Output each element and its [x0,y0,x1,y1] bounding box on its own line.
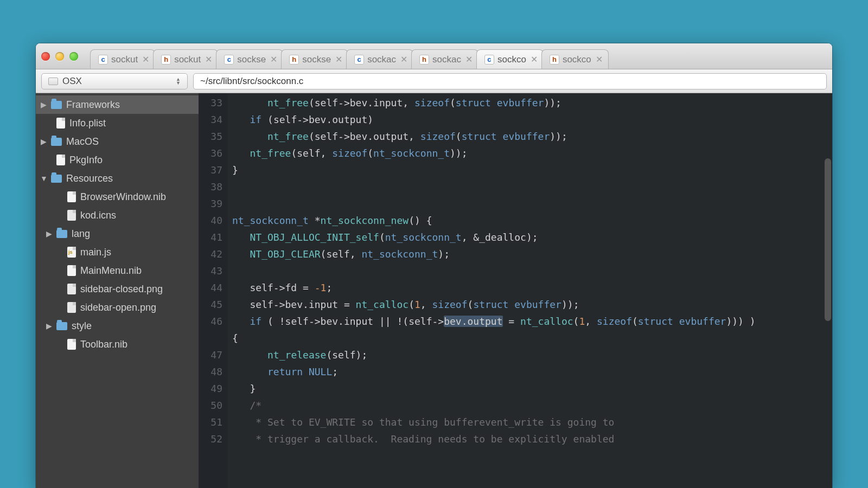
line-number: 52 [199,431,222,447]
tab-sockut[interactable]: hsockut✕ [153,49,218,69]
code-line[interactable]: NT_OBJ_ALLOC_INIT_self(nt_sockconn_t, &_… [232,229,828,246]
disclosure-arrow-icon[interactable]: ▶ [46,322,52,330]
tab-label: sockco [497,54,526,65]
tree-row[interactable]: ▶style [36,317,199,335]
code-line[interactable]: if ( !self->bev.input || !(self->bev.out… [232,313,828,330]
tree-row[interactable]: ▼Resources [36,169,199,188]
close-window-icon[interactable] [41,52,50,61]
code-line[interactable] [232,195,828,212]
code-line[interactable]: nt_free(self->bev.input, sizeof(struct e… [232,94,828,111]
disclosure-arrow-icon[interactable]: ▶ [40,100,47,109]
line-number: 46 [199,313,222,330]
tree-row[interactable]: ▶sidebar-open.png [36,298,199,317]
tab-close-icon[interactable]: ✕ [531,54,538,65]
tree-label: Info.plist [69,118,106,129]
line-number: 45 [199,296,222,313]
tree-row[interactable]: ▶PkgInfo [36,151,199,169]
code-line[interactable]: NT_OBJ_CLEAR(self, nt_sockconn_t); [232,246,828,262]
tab-close-icon[interactable]: ✕ [400,54,407,65]
code-line[interactable]: nt_free(self, sizeof(nt_sockconn_t)); [232,145,828,162]
code-line[interactable]: nt_free(self->bev.output, sizeof(struct … [232,128,828,145]
tree-label: Frameworks [66,99,120,111]
tree-row[interactable]: ▶MacOS [36,132,199,151]
line-number: 43 [199,262,222,279]
code-line[interactable]: { [232,330,828,346]
line-number: 50 [199,397,222,414]
tab-close-icon[interactable]: ✕ [335,54,342,65]
tab-close-icon[interactable]: ✕ [142,54,149,65]
image-file-icon [67,302,76,313]
code-line[interactable] [232,262,828,279]
code-line[interactable] [232,178,828,195]
code-line[interactable]: if (self->bev.output) [232,111,828,128]
disclosure-arrow-icon[interactable]: ▶ [46,229,52,238]
minimize-window-icon[interactable] [55,52,64,61]
tab-sockse[interactable]: hsockse✕ [281,49,348,69]
scrollbar-track[interactable] [825,99,831,483]
editor[interactable]: 3334353637383940414243444546474849505152… [199,93,832,488]
tree-row[interactable]: ▶kod.icns [36,206,199,224]
tree-label: PkgInfo [69,155,103,166]
tab-label: sockut [174,54,201,65]
stepper-icon[interactable]: ▲▼ [176,78,181,85]
tab-sockco[interactable]: hsockco✕ [541,49,609,69]
code-line[interactable]: * trigger a callback. Reading needs to b… [232,431,828,447]
tab-label: sockac [432,54,461,65]
tree-row[interactable]: ▶Frameworks [36,95,199,114]
scrollbar-thumb[interactable] [825,158,831,321]
code-line[interactable]: self->bev.input = nt_calloc(1, sizeof(st… [232,296,828,313]
scheme-selector[interactable]: OSX ▲▼ [41,73,188,89]
h-file-icon: h [161,55,171,65]
code-line[interactable]: * Set to EV_WRITE so that using bufferev… [232,414,828,431]
tab-sockse[interactable]: csockse✕ [216,49,283,69]
tab-close-icon[interactable]: ✕ [596,54,603,65]
code-line[interactable]: } [232,162,828,178]
tab-sockac[interactable]: csockac✕ [346,49,413,69]
path-field[interactable]: ~/src/libnt/src/sockconn.c [193,73,827,89]
code-line[interactable]: /* [232,397,828,414]
file-icon [67,191,76,202]
sidebar[interactable]: ▶Frameworks▶Info.plist▶MacOS▶PkgInfo▼Res… [36,93,199,488]
tree-row[interactable]: ▶BrowserWindow.nib [36,188,199,206]
file-icon [56,155,65,165]
toolbar: OSX ▲▼ ~/src/libnt/src/sockconn.c [36,69,832,93]
tab-label: sockse [237,54,266,65]
tab-sockac[interactable]: hsockac✕ [411,49,478,69]
line-number: 44 [199,279,222,296]
disclosure-arrow-icon[interactable]: ▶ [40,137,47,146]
c-file-icon: c [98,55,108,65]
line-number: 48 [199,363,222,380]
tab-label: sockut [111,54,138,65]
tab-label: sockse [302,54,331,65]
scheme-label: OSX [62,76,82,87]
code-line[interactable]: nt_release(self); [232,346,828,363]
tree-row[interactable]: ▶Info.plist [36,114,199,132]
code-line[interactable]: } [232,380,828,397]
code-area[interactable]: nt_free(self->bev.input, sizeof(struct e… [228,93,832,488]
line-number: 38 [199,178,222,195]
tree-label: style [72,320,92,332]
tab-close-icon[interactable]: ✕ [270,54,277,65]
tree-row[interactable]: ▶Toolbar.nib [36,335,199,354]
tree-label: MainMenu.nib [80,265,142,277]
folder-icon [56,230,67,238]
line-number: 37 [199,162,222,178]
tree-row[interactable]: ▶sidebar-closed.png [36,280,199,298]
code-line[interactable]: self->fd = -1; [232,279,828,296]
tree-label: Resources [66,173,113,184]
tab-close-icon[interactable]: ✕ [205,54,212,65]
tree-row[interactable]: ▶main.js [36,243,199,261]
disclosure-arrow-icon[interactable]: ▼ [40,174,47,183]
code-line[interactable]: nt_sockconn_t *nt_sockconn_new() { [232,212,828,229]
tree-row[interactable]: ▶MainMenu.nib [36,261,199,280]
line-number: 34 [199,111,222,128]
line-number: 42 [199,246,222,262]
tab-sockut[interactable]: csockut✕ [90,49,155,69]
tab-sockco[interactable]: csockco✕ [476,49,544,69]
tree-row[interactable]: ▶lang [36,224,199,243]
tab-close-icon[interactable]: ✕ [465,54,473,65]
zoom-window-icon[interactable] [69,52,78,61]
tree-label: Toolbar.nib [80,339,127,350]
tab-label: sockac [367,54,396,65]
code-line[interactable]: return NULL; [232,363,828,380]
